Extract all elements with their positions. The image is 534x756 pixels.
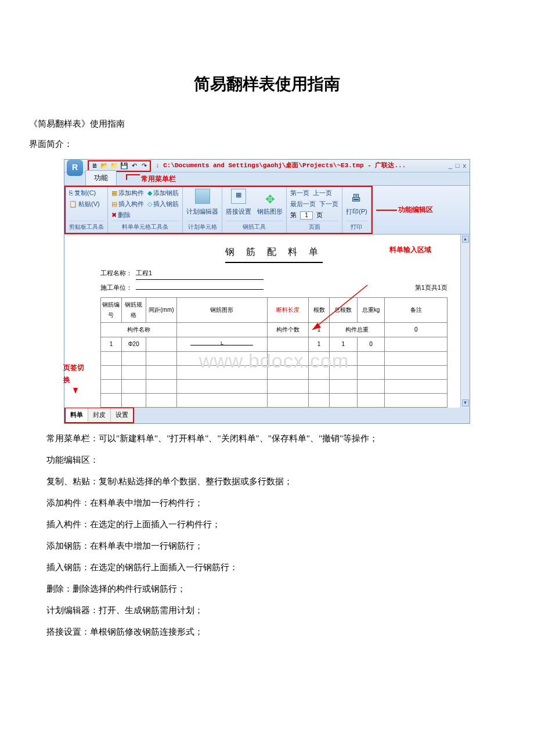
component-weight-label: 构件总重 <box>329 322 385 337</box>
add-component-label: 添加构件 <box>118 189 144 197</box>
table-row[interactable] <box>101 365 448 379</box>
save-icon[interactable]: 💾 <box>120 162 128 170</box>
plan-editor-button[interactable]: 计划编辑器 <box>186 189 218 218</box>
cell-cut[interactable] <box>267 337 309 351</box>
project-name-value[interactable]: 工程1 <box>136 268 264 280</box>
table-row[interactable] <box>101 379 448 393</box>
th-no: 钢筋编号 <box>101 297 122 322</box>
delete-label: 删除 <box>118 211 131 219</box>
cell-count[interactable]: 1 <box>309 337 330 351</box>
add-component-button[interactable]: ▦添加构件 <box>111 189 144 197</box>
scroll-up-icon[interactable]: ▲ <box>462 236 469 243</box>
page-group-label: 页面 <box>290 221 338 232</box>
cell-no[interactable]: 1 <box>101 337 122 351</box>
window-controls: _ □ x <box>449 160 470 172</box>
paste-button[interactable]: 📋 粘贴(V) <box>69 200 104 208</box>
page-prefix: 第 <box>290 211 297 219</box>
construction-unit-label: 施工单位： <box>100 282 132 294</box>
next-page-button[interactable]: 下一页 <box>319 200 338 208</box>
construction-unit-value[interactable] <box>136 289 264 290</box>
prev-page-button[interactable]: 上一页 <box>313 189 332 197</box>
quick-access-row: R 🗎 📂 📁 💾 ↶ ↷ ↓ C:\Documents and Setting… <box>64 160 470 172</box>
lap-label: 搭接设置 <box>226 206 251 218</box>
table-row[interactable] <box>101 351 448 365</box>
ribbon-group-page: 第一页 上一页 最后一页 下一页 第 页 页面 <box>287 187 342 233</box>
sheet-title: 钢 筋 配 料 单 <box>225 244 323 263</box>
copy-button[interactable]: ⎘ 复制(C) <box>69 189 104 197</box>
cell-group-label: 料单单元格工具条 <box>111 221 179 232</box>
cell-total[interactable]: 1 <box>329 337 357 351</box>
component-row[interactable]: 构件名称 构件个数 1 构件总重 0 <box>101 322 448 337</box>
print-icon: 🖶 <box>349 189 364 204</box>
add-rebar-icon: ◆ <box>147 189 152 197</box>
explain-p10: 搭接设置：单根钢筋修改钢筋连接形式； <box>29 624 517 640</box>
undo-icon[interactable]: ↶ <box>130 162 138 170</box>
plan-group-label: 计划单元格 <box>186 221 218 232</box>
explain-p5: 插入构件：在选定的行上面插入一行构件行； <box>29 517 517 532</box>
new-icon[interactable]: 🗎 <box>91 162 99 170</box>
th-shape: 钢筋图形 <box>177 297 267 322</box>
first-page-button[interactable]: 第一页 <box>290 189 309 197</box>
maximize-icon[interactable]: □ <box>456 160 460 172</box>
vertical-scrollbar[interactable]: ▲ ▼ <box>460 235 470 407</box>
minimize-icon[interactable]: _ <box>449 160 452 172</box>
tab-cover[interactable]: 封皮 <box>88 408 111 422</box>
ribbon-tab-main[interactable]: 功能 <box>85 170 117 186</box>
cell-weight[interactable]: 0 <box>357 337 385 351</box>
tab-material-list[interactable]: 料单 <box>66 408 88 422</box>
close-icon[interactable]: x <box>463 160 467 172</box>
insert-rebar-button[interactable]: ◇插入钢筋 <box>147 200 179 208</box>
annotation-tab-switch: 页签切换 <box>63 362 88 394</box>
copy-icon: ⎘ <box>69 189 73 197</box>
clipboard-group-label: 剪贴板工具条 <box>69 221 104 232</box>
sheet-area: 钢 筋 配 料 单 料单输入区域 工程名称： 工程1 施工单位： 第1页共1页 … <box>88 235 460 407</box>
component-count-value[interactable]: 1 <box>309 322 330 337</box>
th-weight: 总重kg <box>357 297 385 322</box>
add-rebar-button[interactable]: ◆添加钢筋 <box>147 189 179 197</box>
redo-icon[interactable]: ↷ <box>140 162 148 170</box>
sheet-pager: 第1页共1页 <box>415 282 448 294</box>
project-name-label: 工程名称： <box>100 268 132 279</box>
print-button[interactable]: 🖶 打印(P) <box>346 189 367 218</box>
bottom-tab-bar: 料单 封皮 设置 <box>64 407 134 423</box>
insert-component-button[interactable]: ▤插入构件 <box>111 200 144 208</box>
scroll-down-icon[interactable]: ▼ <box>462 399 469 406</box>
th-cut: 断料长度 <box>267 297 309 322</box>
close-file-icon[interactable]: 📁 <box>110 162 118 170</box>
th-count: 根数 <box>309 297 330 322</box>
ribbon-bar: ⎘ 复制(C) 📋 粘贴(V) 剪贴板工具条 ▦添加构件 ◆添加钢筋 <box>64 185 470 235</box>
table-header-row: 钢筋编号 钢筋规格 间距(mm) 钢筋图形 断料长度 根数 总根数 总重kg 备… <box>101 297 448 322</box>
insert-rebar-icon: ◇ <box>147 200 152 208</box>
last-page-button[interactable]: 最后一页 <box>290 200 316 208</box>
explain-p9: 计划编辑器：打开、生成钢筋需用计划； <box>29 603 517 618</box>
function-edit-outline: ⎘ 复制(C) 📋 粘贴(V) 剪贴板工具条 ▦添加构件 ◆添加钢筋 <box>64 186 373 234</box>
copy-label: 复制(C) <box>74 189 96 197</box>
cell-span[interactable] <box>146 337 177 351</box>
rebar-shape-button[interactable]: ✥ 钢筋图形 <box>257 189 283 218</box>
insert-icon: ▤ <box>111 200 117 208</box>
table-row[interactable] <box>101 393 448 407</box>
explain-p6: 添加钢筋：在料单表中增加一行钢筋行； <box>29 538 517 554</box>
component-name-value[interactable] <box>177 322 267 337</box>
page-number-input[interactable] <box>300 211 313 219</box>
cell-shape[interactable] <box>177 337 267 351</box>
work-area: 页签切换 钢 筋 配 料 单 料单输入区域 工程名称： 工程1 施工单位： 第1… <box>64 235 470 407</box>
app-logo[interactable]: R <box>67 160 83 176</box>
rebar-table: 钢筋编号 钢筋规格 间距(mm) 钢筋图形 断料长度 根数 总根数 总重kg 备… <box>100 297 448 408</box>
annotation-input-area: 料单输入区域 <box>389 244 431 257</box>
lap-setting-button[interactable]: ▦ 搭接设置 <box>226 189 251 218</box>
cell-spec[interactable]: Φ20 <box>121 337 146 351</box>
document-subtitle: 《简易翻样表》使用指南 <box>29 116 517 132</box>
table-row[interactable]: 1 Φ20 1 1 0 <box>101 337 448 351</box>
ribbon-group-print: 🖶 打印(P) 打印 <box>342 187 371 233</box>
plan-editor-label: 计划编辑器 <box>186 206 218 218</box>
lap-icon: ▦ <box>231 189 246 204</box>
th-total: 总根数 <box>329 297 357 322</box>
component-weight-value[interactable]: 0 <box>385 322 448 337</box>
delete-button[interactable]: ✖删除 <box>111 211 131 219</box>
open-icon[interactable]: 📂 <box>100 162 109 170</box>
annotation-common-menu: 常用菜单栏 <box>126 173 176 186</box>
tab-settings[interactable]: 设置 <box>111 408 133 422</box>
page-suffix: 页 <box>316 211 323 219</box>
cell-note[interactable] <box>385 337 448 351</box>
